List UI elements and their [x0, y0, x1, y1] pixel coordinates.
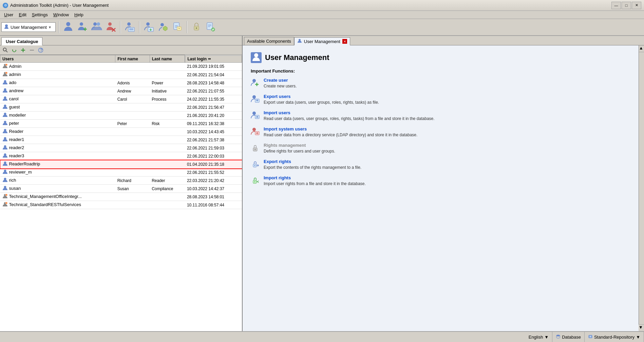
cell-username: peter: [0, 120, 115, 128]
table-row[interactable]: Admin 21.09.2023 19:01:05: [0, 63, 242, 71]
cell-firstname: [115, 201, 150, 209]
create-user-link[interactable]: Create user: [264, 78, 297, 83]
menu-bar: User Edit Settings Window Help: [0, 11, 644, 19]
cell-lastlogin: 10.11.2016 08:57:44: [185, 201, 242, 209]
table-row[interactable]: rich RichardReader22.03.2022 21:20:42: [0, 177, 242, 185]
export-rights-icon: [251, 160, 260, 169]
cell-username: andrew: [0, 87, 115, 95]
table-row[interactable]: guest 22.06.2021 21:56:47: [0, 103, 242, 112]
function-item-export-users: Export users Export user data (users, us…: [251, 94, 630, 105]
cell-lastname: [150, 63, 185, 71]
table-row[interactable]: reader2 22.06.2021 21:59:03: [0, 144, 242, 152]
pane-btn-add[interactable]: [19, 46, 27, 54]
user-table[interactable]: Users First name Last name Last login ⇔ …: [0, 55, 242, 331]
cell-lastlogin: 10.03.2022 14:43:45: [185, 128, 242, 136]
pane-btn-search[interactable]: [1, 46, 10, 54]
pane-btn-help[interactable]: ?: [37, 46, 45, 54]
cell-username: Technical_ManagementOfficeIntegr...: [0, 193, 115, 201]
cell-firstname: [115, 71, 150, 79]
table-row[interactable]: ado AdonisPower28.08.2023 14:58:48: [0, 79, 242, 87]
svg-point-61: [252, 128, 256, 131]
table-row[interactable]: modeller 21.06.2021 20:41:20: [0, 112, 242, 120]
toolbar-btn-user[interactable]: [62, 21, 75, 34]
scroll-up-btn[interactable]: ▲: [639, 45, 644, 52]
app-icon: ⚙: [3, 3, 8, 8]
svg-point-57: [252, 95, 256, 99]
table-row[interactable]: reviewer_m 22.06.2021 21:55:52: [0, 168, 242, 177]
export-rights-text: Export rights Export the contents of the…: [264, 159, 361, 170]
cell-username: reader3: [0, 152, 115, 160]
database-label: Database: [562, 335, 581, 340]
toolbar-btn-roles[interactable]: [157, 21, 170, 34]
cell-lastlogin: 10.03.2022 14:42:37: [185, 185, 242, 193]
table-row[interactable]: reader3 22.06.2021 22:00:03: [0, 152, 242, 160]
svg-point-53: [254, 53, 258, 57]
toolbar-btn-group[interactable]: [90, 21, 103, 34]
close-tab-button[interactable]: ✕: [342, 39, 347, 44]
scroll-down-btn[interactable]: ▼: [639, 324, 644, 331]
toolbar-btn-import[interactable]: [143, 21, 155, 34]
menu-help[interactable]: Help: [72, 12, 86, 18]
cell-lastlogin: 22.06.2021 22:00:03: [185, 152, 242, 160]
table-row[interactable]: susan SusanCompliance10.03.2022 14:42:37: [0, 185, 242, 193]
menu-settings[interactable]: Settings: [29, 12, 51, 18]
import-users-link[interactable]: Import users: [264, 110, 435, 115]
right-content: User Management Important Functions: Cre…: [243, 45, 639, 331]
maximize-button[interactable]: □: [622, 2, 631, 9]
close-button[interactable]: ✕: [632, 2, 641, 9]
table-row[interactable]: admin 22.06.2021 21:54:04: [0, 71, 242, 79]
import-rights-link[interactable]: Import rights: [264, 175, 366, 180]
tab-user-catalogue[interactable]: User Catalogue: [1, 37, 42, 45]
module-dropdown[interactable]: User Management ▼: [1, 22, 56, 32]
svg-point-33: [5, 72, 7, 74]
export-users-link[interactable]: Export users: [264, 94, 379, 99]
cell-lastname: [150, 112, 185, 120]
table-row[interactable]: Reader 10.03.2022 14:43:45: [0, 128, 242, 136]
table-row[interactable]: ReaderRoadtrip 01.04.2020 21:35:18: [0, 160, 242, 168]
table-row[interactable]: reader1 22.06.2021 21:57:38: [0, 136, 242, 144]
menu-user[interactable]: User: [1, 12, 16, 18]
table-row[interactable]: peter PeterRisk09.11.2021 16:32:38: [0, 120, 242, 128]
minimize-button[interactable]: —: [611, 2, 621, 9]
export-users-icon: [251, 95, 260, 104]
language-selector[interactable]: English ▼: [525, 332, 553, 342]
export-users-text: Export users Export user data (users, us…: [264, 94, 379, 105]
table-row[interactable]: andrew AndrewInitiative22.06.2021 21:07:…: [0, 87, 242, 95]
menu-edit[interactable]: Edit: [16, 12, 29, 18]
table-row[interactable]: carol CarolProcess24.02.2022 11:55:35: [0, 95, 242, 103]
menu-window[interactable]: Window: [51, 12, 72, 18]
toolbar-btn-lock[interactable]: [190, 21, 203, 34]
export-rights-link[interactable]: Export rights: [264, 159, 361, 164]
cell-firstname: Richard: [115, 177, 150, 185]
cell-lastlogin: 22.06.2021 21:57:38: [185, 136, 242, 144]
tab-user-management[interactable]: User Management ✕: [294, 37, 350, 45]
import-rights-desc: Import user rights from a file and store…: [264, 181, 366, 186]
col-users: Users: [0, 55, 115, 63]
tab-available-components[interactable]: Available Components: [244, 37, 294, 45]
pane-btn-remove[interactable]: [28, 46, 36, 54]
toolbar-btn-export[interactable]: [171, 21, 184, 34]
cell-lastname: Risk: [150, 120, 185, 128]
left-tab-bar: User Catalogue: [0, 36, 242, 45]
toolbar-btn-delete[interactable]: [105, 21, 117, 34]
cell-username: guest: [0, 103, 115, 112]
toolbar-btn-certificate[interactable]: [204, 21, 217, 34]
cell-lastname: [150, 136, 185, 144]
repository-icon: [588, 334, 593, 340]
svg-point-68: [254, 181, 255, 182]
cell-firstname: Andrew: [115, 87, 150, 95]
cell-firstname: [115, 136, 150, 144]
svg-text:?: ?: [40, 47, 43, 53]
right-scrollbar[interactable]: ▲ ▼: [639, 45, 644, 331]
toolbar-btn-properties[interactable]: [124, 21, 136, 34]
table-row[interactable]: Technical_StandardRESTfulServices 10.11.…: [0, 201, 242, 209]
svg-point-16: [160, 23, 164, 26]
import-system-users-icon: [251, 127, 260, 137]
svg-point-7: [108, 22, 112, 26]
toolbar-btn-add-user[interactable]: [76, 21, 89, 34]
pane-btn-refresh[interactable]: [10, 46, 18, 54]
create-user-desc: Create new users.: [264, 84, 297, 88]
import-system-users-link[interactable]: Import system users: [264, 126, 417, 132]
repository-dropdown-arrow: ▼: [636, 335, 640, 340]
table-row[interactable]: Technical_ManagementOfficeIntegr... 28.0…: [0, 193, 242, 201]
